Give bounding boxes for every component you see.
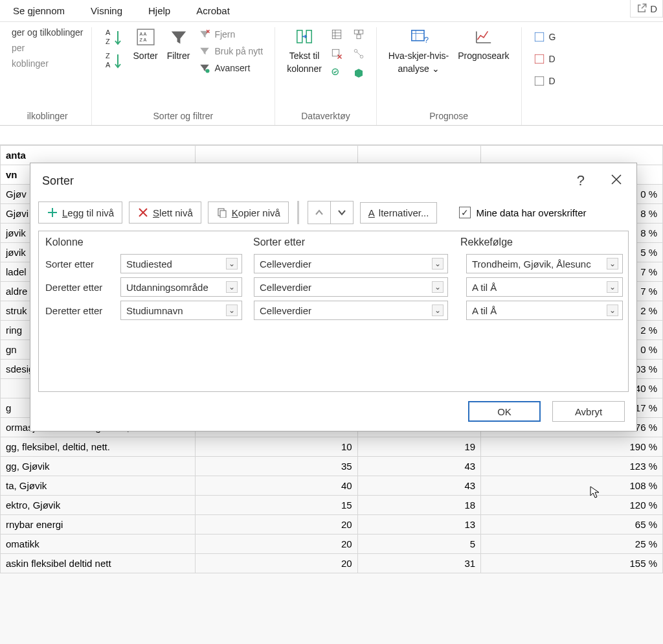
formula-bar[interactable] — [0, 126, 663, 145]
sort-level-label: Sorter etter — [43, 259, 120, 270]
move-up-button[interactable] — [308, 201, 331, 224]
subtotal-button[interactable]: D — [534, 74, 556, 88]
svg-rect-21 — [535, 54, 544, 63]
table-row[interactable]: gg, fleksibel, deltid, nett.1019190 % — [1, 437, 663, 457]
delete-level-button[interactable]: Slett nivå — [129, 201, 201, 224]
svg-text:?: ? — [424, 35, 429, 45]
sort-level-label: Deretter etter — [43, 305, 120, 316]
ok-button[interactable]: OK — [468, 401, 541, 422]
svg-text:Z A: Z A — [139, 37, 146, 43]
share-button[interactable]: D — [630, 0, 663, 17]
ribbon: ger og tilkoblinger per koblinger ilkobl… — [0, 22, 663, 126]
sort-on-dropdown[interactable]: Celleverdier⌄ — [254, 301, 448, 320]
svg-rect-10 — [332, 30, 341, 39]
whatif-icon: ? — [409, 27, 429, 48]
svg-text:A: A — [106, 29, 111, 36]
table-row[interactable]: ektro, Gjøvik1518120 % — [1, 496, 663, 515]
sort-levels-grid: Kolonne Sorter etter Rekkefølge Sorter e… — [38, 231, 629, 392]
ribbon-group-forecast: ? Hva-skjer-hvis- analyse ⌄ Prognoseark … — [377, 27, 522, 125]
whatif-button[interactable]: ? Hva-skjer-hvis- analyse ⌄ — [388, 27, 449, 74]
chevron-down-icon: ⌄ — [607, 305, 618, 316]
x-icon — [137, 207, 149, 218]
table-row[interactable]: askin fleksibel deltid nett2031155 % — [1, 554, 663, 573]
svg-text:A: A — [106, 61, 111, 69]
chevron-down-icon: ⌄ — [432, 63, 440, 74]
clear-filter-icon — [199, 29, 210, 40]
close-button[interactable] — [611, 172, 622, 189]
flash-fill-icon[interactable] — [331, 29, 343, 40]
chevron-down-icon: ⌄ — [432, 258, 444, 270]
ribbon-group-connections: ger og tilkoblinger per koblinger ilkobl… — [0, 27, 92, 125]
data-validation-icon[interactable] — [331, 67, 343, 79]
consolidate-icon[interactable] — [353, 29, 365, 40]
order-dropdown[interactable]: A til Å⌄ — [466, 301, 623, 320]
options-button[interactable]: Alternativer... — [360, 202, 438, 224]
sort-on-dropdown[interactable]: Celleverdier⌄ — [254, 277, 448, 297]
copy-level-button[interactable]: Kopier nivå — [208, 201, 289, 224]
sort-on-dropdown[interactable]: Celleverdier⌄ — [254, 254, 448, 273]
connections-item[interactable]: koblinger — [12, 58, 84, 69]
chevron-up-icon — [315, 208, 324, 217]
table-row[interactable]: rnybar energi201365 % — [1, 515, 663, 535]
table-row[interactable]: omatikk20525 % — [1, 535, 663, 554]
ribbon-tabs: Se gjennom Visning Hjelp Acrobat — [0, 0, 663, 22]
whatif-label: Hva-skjer-hvis- — [388, 51, 449, 61]
data-model-icon[interactable] — [353, 67, 365, 79]
group-label-sort-filter: Sorter og filtrer — [104, 107, 264, 125]
dialog-toolbar: LLegg til nivåegg til nivå Slett nivå Ko… — [30, 197, 636, 231]
group-icon — [534, 31, 545, 43]
tab-review[interactable]: Se gjennom — [13, 5, 65, 16]
connections-item[interactable]: per — [12, 43, 84, 53]
tab-acrobat[interactable]: Acrobat — [196, 5, 230, 16]
add-level-button[interactable]: LLegg til nivåegg til nivå — [38, 201, 122, 224]
tab-view[interactable]: Visning — [91, 5, 122, 16]
col-header[interactable]: anta — [1, 146, 196, 165]
ribbon-group-sort-filter: AZ ZA A AZ A Sorter Filtrer Fjern Bruk p… — [92, 27, 276, 125]
relationships-icon[interactable] — [353, 48, 365, 60]
headers-checkbox[interactable]: ✓ — [459, 207, 471, 218]
filter-icon — [168, 27, 189, 48]
ungroup-button[interactable]: D — [534, 52, 556, 66]
reapply-icon — [199, 45, 210, 57]
connections-item[interactable]: ger og tilkoblinger — [12, 27, 84, 38]
dialog-title: Sorter — [42, 174, 74, 188]
filter-button[interactable]: Filtrer — [167, 27, 190, 61]
column-header: Kolonne — [43, 236, 253, 248]
column-dropdown[interactable]: Utdanningsområde⌄ — [120, 277, 242, 297]
remove-duplicates-icon[interactable] — [331, 48, 343, 60]
group-label-connections: ilkoblinger — [12, 107, 84, 125]
chevron-down-icon: ⌄ — [432, 305, 444, 316]
table-row[interactable]: gg, Gjøvik3543123 % — [1, 457, 663, 476]
cancel-button[interactable]: Avbryt — [552, 401, 625, 422]
svg-rect-18 — [411, 30, 423, 41]
sort-button[interactable]: A AZ A Sorter — [133, 27, 158, 61]
move-down-button[interactable] — [330, 201, 354, 224]
ungroup-icon — [534, 53, 545, 65]
sort-level-row: Sorter etterStudiested⌄Celleverdier⌄Tron… — [39, 252, 628, 275]
svg-rect-11 — [354, 30, 358, 34]
table-row[interactable]: ta, Gjøvik4043108 % — [1, 476, 663, 496]
column-dropdown[interactable]: Studiumnavn⌄ — [120, 301, 242, 320]
sort-za-icon[interactable]: ZA — [104, 51, 124, 71]
order-dropdown[interactable]: Trondheim, Gjøvik, Ålesunc⌄ — [466, 254, 623, 273]
order-dropdown[interactable]: A til Å⌄ — [466, 277, 623, 297]
forecast-sheet-button[interactable]: Prognoseark — [458, 27, 509, 61]
sort-on-header: Sorter etter — [253, 236, 460, 248]
sort-az-icon[interactable]: AZ — [104, 27, 124, 48]
clear-filter-button[interactable]: Fjern — [199, 27, 263, 41]
column-dropdown[interactable]: Studiested⌄ — [120, 254, 242, 273]
tab-help[interactable]: Hjelp — [148, 5, 170, 16]
group-label-data-tools: Dataverktøy — [287, 107, 365, 125]
sort-label: Sorter — [133, 51, 158, 61]
ribbon-group-data-tools: Tekst til kolonner Dataverktøy — [275, 27, 377, 125]
help-button[interactable]: ? — [577, 172, 585, 189]
text-to-columns-button[interactable]: Tekst til kolonner — [287, 27, 322, 74]
advanced-icon — [199, 62, 210, 74]
group-button[interactable]: G — [534, 30, 556, 44]
advanced-button[interactable]: Avansert — [199, 61, 263, 75]
share-label: D — [650, 3, 657, 14]
reapply-button[interactable]: Bruk på nytt — [199, 44, 263, 58]
forecast-icon — [473, 27, 494, 48]
share-icon — [636, 3, 647, 14]
filter-label: Filtrer — [167, 51, 190, 61]
